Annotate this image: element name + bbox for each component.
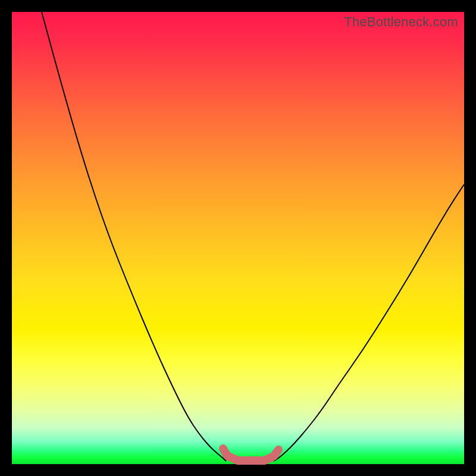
curve-right-branch — [274, 184, 464, 461]
bottom-marker — [223, 449, 278, 461]
chart-svg — [12, 12, 464, 464]
plot-area: TheBottleneck.com — [12, 12, 464, 464]
curve-left-branch — [42, 12, 226, 461]
outer-frame: TheBottleneck.com — [0, 0, 476, 476]
